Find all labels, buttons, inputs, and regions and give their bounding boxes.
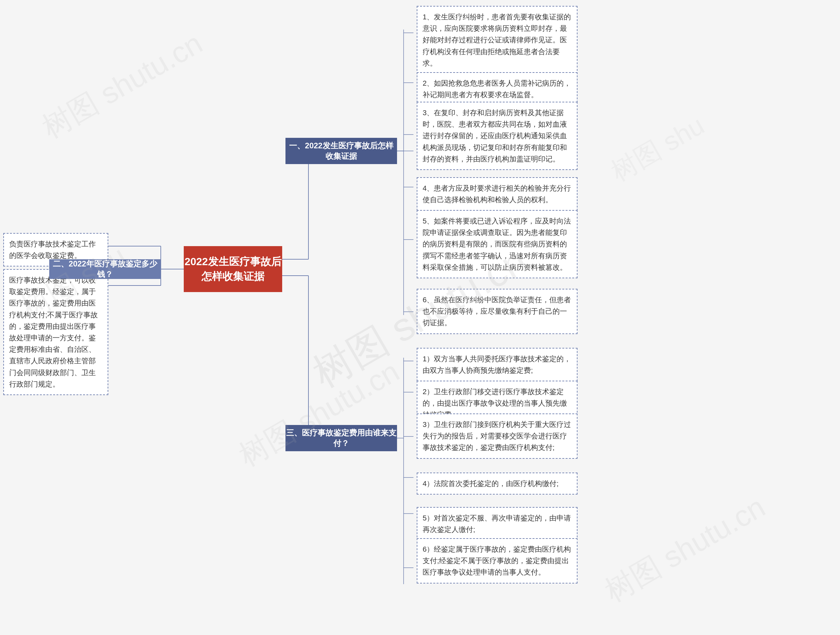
branch-node-left: 二、2022年医疗事故鉴定多少钱？ — [49, 259, 161, 279]
right-bot-leaf-4: 4）法院首次委托鉴定的，由医疗机构缴付; — [417, 472, 578, 494]
watermark-bottomright: 树图 shutu.cn — [597, 487, 772, 611]
right-bot-leaf-3: 3）卫生行政部门接到医疗机构关于重大医疗过失行为的报告后，对需要移交医学会进行医… — [417, 414, 578, 459]
watermark-topleft: 树图 shutu.cn — [35, 24, 210, 148]
left-leaf-2: 医疗事故技术鉴定，可以收取鉴定费用。经鉴定，属于医疗事故的，鉴定费用由医疗机构支… — [3, 269, 108, 395]
branch-node-right-top: 一、2022发生医疗事故后怎样收集证据 — [286, 138, 397, 164]
watermark-midleft: 树图 shutu.cn — [232, 352, 407, 476]
right-top-leaf-4: 4、患者方应及时要求进行相关的检验并充分行使自己选择检验机构和检验人员的权利。 — [417, 177, 578, 211]
right-top-leaf-1: 1、发生医疗纠纷时，患者首先要有收集证据的意识，应向医院要求将病历资料立即封存，… — [417, 6, 578, 74]
right-top-leaf-2: 2、如因抢救急危患者医务人员需补记病历的，补记期间患者方有权要求在场监督。 — [417, 72, 578, 106]
right-bot-leaf-5: 5）对首次鉴定不服、再次申请鉴定的，由申请再次鉴定人缴付; — [417, 507, 578, 540]
watermark-topright: 树图 shu — [605, 108, 711, 190]
right-bot-leaf-1: 1）双方当事人共同委托医疗事故技术鉴定的，由双方当事人协商预先缴纳鉴定费; — [417, 348, 578, 381]
central-node: 2022发生医疗事故后怎样收集证据 — [184, 246, 282, 292]
branch-node-right-bottom: 三、医疗事故鉴定费用由谁来支付？ — [286, 425, 397, 451]
right-top-leaf-6: 6、虽然在医疗纠纷中医院负举证责任，但患者也不应消极等待，应尽量收集有利于自己的… — [417, 289, 578, 334]
right-top-leaf-5: 5、如案件将要或已进入诉讼程序，应及时向法院申请证据保全或调查取证。因为患者能复… — [417, 210, 578, 278]
mindmap-container: 树图 shutu.cn 树图 shutu.cn 树图 shutu.cn 树图 s… — [0, 0, 840, 635]
right-bot-leaf-6: 6）经鉴定属于医疗事故的，鉴定费由医疗机构支付;经鉴定不属于医疗事故的，鉴定费由… — [417, 538, 578, 583]
right-top-leaf-3: 3、在复印、封存和启封病历资料及其他证据时，医院、患者双方都应共同在场，如对血液… — [417, 102, 578, 170]
